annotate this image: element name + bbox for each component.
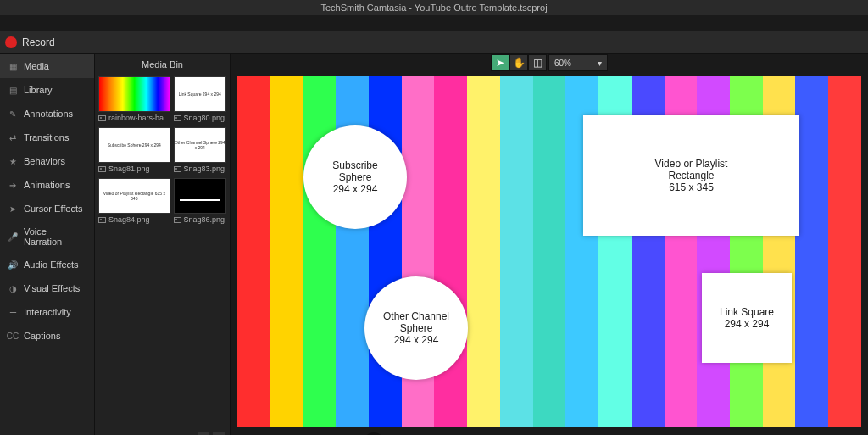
image-icon [98, 166, 106, 172]
media-item[interactable]: Link Square 294 x 294 Snag80.png [174, 76, 226, 124]
media-caption: Snag86.png [174, 214, 226, 226]
media-caption: rainbow-bars-ba... [98, 112, 170, 124]
behaviors-icon: ★ [7, 155, 19, 167]
record-icon[interactable] [5, 36, 17, 48]
window-title: TechSmith Camtasia - YouTube Outro Templ… [320, 3, 547, 13]
interactivity-icon: ☰ [7, 306, 19, 318]
preview-canvas[interactable]: Subscribe Sphere 294 x 294 Other Channel… [237, 76, 861, 427]
sidebar-label: Transitions [24, 132, 69, 142]
sidebar-label: Captions [24, 331, 60, 341]
zoom-value: 60% [554, 59, 571, 68]
mic-icon: 🎤 [7, 231, 19, 243]
sidebar-label: Cursor Effects [24, 204, 83, 214]
sidebar-label: Library [24, 85, 53, 95]
sidebar-item-media[interactable]: ▦Media [0, 54, 94, 78]
record-bar: Record [0, 31, 868, 54]
video-playlist-rectangle[interactable]: Video or Playlist Rectangle 615 x 345 [583, 115, 799, 236]
sidebar-label: Interactivity [24, 307, 71, 317]
media-item[interactable]: rainbow-bars-ba... [98, 76, 170, 124]
media-item[interactable]: Video or Playlist Rectangle 615 x 345 Sn… [98, 178, 170, 226]
sidebar-label: Behaviors [24, 156, 65, 166]
ph-sub: Sphere [400, 322, 433, 334]
library-icon: ▤ [7, 84, 19, 96]
sidebar-label: Animations [24, 180, 70, 190]
menu-modify[interactable]: Modify [55, 3, 82, 13]
annotations-icon: ✎ [7, 108, 19, 120]
media-caption: Snag80.png [174, 112, 226, 124]
media-item[interactable]: Other Channel Sphere 294 x 294 Snag83.pn… [174, 127, 226, 175]
menu-file[interactable]: File [3, 3, 19, 13]
image-icon [98, 115, 106, 121]
media-thumb: Video or Playlist Rectangle 615 x 345 [98, 178, 170, 214]
menu-share[interactable]: Share [123, 3, 147, 13]
media-item[interactable]: Subscribe Sphere 294 x 294 Snag81.png [98, 127, 170, 175]
media-caption: Snag81.png [98, 163, 170, 175]
menu-view[interactable]: View [92, 3, 113, 13]
sidebar-label: Voice Narration [24, 226, 87, 247]
visual-icon: ◑ [7, 282, 19, 294]
ph-title: Video or Playlist [655, 158, 728, 170]
other-channel-sphere[interactable]: Other Channel Sphere 294 x 294 [364, 276, 468, 380]
media-caption: Snag83.png [174, 163, 226, 175]
add-media-button[interactable]: + [100, 432, 114, 435]
media-thumb [174, 178, 226, 214]
image-icon [174, 115, 181, 121]
canvas-panel: ➤ ✋ ◫ 60%▾ Subscribe Sphere 294 x 294 [231, 54, 868, 435]
ph-title: Other Channel [383, 310, 449, 322]
sidebar-item-library[interactable]: ▤Library [0, 78, 94, 102]
media-icon: ▦ [7, 60, 19, 72]
media-thumb [98, 76, 170, 112]
media-bin-title: Media Bin [95, 54, 230, 75]
subscribe-sphere[interactable]: Subscribe Sphere 294 x 294 [303, 125, 407, 229]
sidebar-item-annotations[interactable]: ✎Annotations [0, 102, 94, 125]
media-bin-panel: Media Bin rainbow-bars-ba... Link Square… [95, 54, 231, 435]
sidebar-item-cursor-effects[interactable]: ➤Cursor Effects [0, 197, 94, 220]
ph-sub: Sphere [339, 171, 372, 183]
ph-title: Subscribe [332, 159, 377, 171]
zoom-dropdown[interactable]: 60%▾ [548, 54, 608, 71]
ph-dim: 615 x 345 [669, 181, 714, 193]
sidebar-label: Visual Effects [24, 283, 80, 293]
sidebar-item-animations[interactable]: ➔Animations [0, 173, 94, 197]
captions-icon: CC [7, 330, 19, 342]
record-button[interactable]: Record [22, 36, 55, 48]
image-icon [174, 166, 181, 172]
media-item[interactable]: Snag86.png [174, 178, 226, 226]
canvas-toolbar: ➤ ✋ ◫ 60%▾ [231, 54, 868, 71]
crop-tool-button[interactable]: ◫ [528, 54, 547, 71]
transitions-icon: ⇄ [7, 131, 19, 143]
audio-icon: 🔊 [7, 259, 19, 270]
sidebar-label: Media [24, 61, 49, 71]
link-square[interactable]: Link Square 294 x 294 [702, 273, 792, 363]
animations-icon: ➔ [7, 179, 19, 191]
sidebar-item-voice-narration[interactable]: 🎤Voice Narration [0, 220, 94, 253]
menu-edit[interactable]: Edit [29, 3, 45, 13]
sidebar-item-behaviors[interactable]: ★Behaviors [0, 149, 94, 173]
cursor-icon: ➤ [7, 203, 19, 215]
image-icon [174, 217, 181, 223]
sidebar-item-audio-effects[interactable]: 🔊Audio Effects [0, 253, 94, 276]
select-tool-button[interactable]: ➤ [491, 54, 509, 71]
sidebar-label: Annotations [24, 109, 73, 119]
ph-dim: 294 x 294 [333, 183, 378, 195]
media-caption: Snag84.png [98, 214, 170, 226]
ph-sub: Rectangle [668, 170, 714, 181]
pan-tool-button[interactable]: ✋ [509, 54, 528, 71]
ph-dim: 294 x 294 [725, 318, 770, 330]
image-icon [98, 217, 106, 223]
media-thumb: Subscribe Sphere 294 x 294 [98, 127, 170, 163]
sidebar-item-visual-effects[interactable]: ◑Visual Effects [0, 276, 94, 300]
ph-title: Link Square [720, 306, 774, 318]
tool-sidebar: ▦Media ▤Library ✎Annotations ⇄Transition… [0, 54, 95, 435]
sidebar-label: Audio Effects [24, 259, 79, 270]
sidebar-item-transitions[interactable]: ⇄Transitions [0, 125, 94, 149]
ph-dim: 294 x 294 [394, 334, 439, 346]
sidebar-item-captions[interactable]: CCCaptions [0, 324, 94, 348]
sidebar-item-interactivity[interactable]: ☰Interactivity [0, 300, 94, 324]
chevron-down-icon: ▾ [598, 59, 602, 68]
menu-help[interactable]: Help [158, 3, 177, 13]
media-bin-grid: rainbow-bars-ba... Link Square 294 x 294… [95, 75, 230, 227]
media-thumb: Link Square 294 x 294 [174, 76, 226, 112]
media-thumb: Other Channel Sphere 294 x 294 [174, 127, 226, 163]
